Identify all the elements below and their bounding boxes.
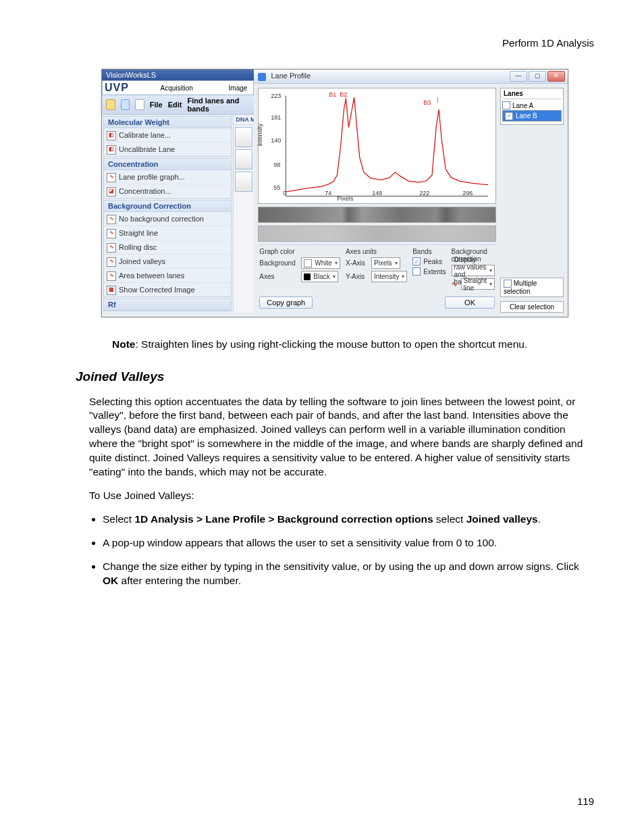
menu-edit[interactable]: Edit xyxy=(168,101,182,109)
find-lanes-button[interactable]: Find lanes and bands xyxy=(187,97,250,113)
strip-label: DNA Monochro xyxy=(234,115,254,125)
select-axes-color[interactable]: Black▾ xyxy=(301,271,338,282)
main-app-window: VisionWorksLS UVP Acquisition Image File… xyxy=(102,70,254,317)
copy-graph-button[interactable]: Copy graph xyxy=(259,296,313,309)
panel-header[interactable]: Rf xyxy=(104,299,231,311)
uvp-logo: UVP xyxy=(105,82,129,94)
xtick: 148 xyxy=(372,190,382,197)
select-bg-correction[interactable]: Display raw values and baseline▾ xyxy=(452,265,495,276)
list-item: Select 1D Analysis > Lane Profile > Back… xyxy=(103,513,594,527)
ytick: 223 xyxy=(271,93,281,99)
thumb-3[interactable] xyxy=(235,172,252,192)
section-joined-valleys: Joined Valleys xyxy=(76,368,594,386)
label-background: Background xyxy=(259,259,298,267)
ytick: 140 xyxy=(271,137,281,144)
panel-header[interactable]: Concentration xyxy=(104,159,231,170)
item-calibrate-lane[interactable]: ◧Calibrate lane... xyxy=(104,128,231,142)
label-bands: Bands xyxy=(412,248,446,255)
band-label-b3: B3 xyxy=(423,99,431,106)
panel-rf: Rf xyxy=(103,298,232,311)
label-yaxis: Y-Axis xyxy=(346,273,369,280)
xtick: 74 xyxy=(325,190,331,197)
lane-item-b[interactable]: ✓Lane B xyxy=(502,110,562,122)
select-straight-line[interactable]: Straight line▾ xyxy=(461,278,495,290)
menu-file[interactable]: File xyxy=(150,101,163,109)
item-no-bg-correction[interactable]: ∿No background correction xyxy=(104,212,231,226)
lanes-header: Lanes xyxy=(502,90,562,99)
maximize-button[interactable]: ▢ xyxy=(529,71,546,82)
minimize-button[interactable]: — xyxy=(510,71,527,82)
panel-header[interactable]: Molecular Weight xyxy=(104,117,231,128)
label-xaxis: X-Axis xyxy=(346,259,369,267)
image-strip: DNA Monochro xyxy=(233,115,254,313)
tab-acquisition[interactable]: Acquisition xyxy=(157,84,197,92)
item-straight-line[interactable]: ∿Straight line xyxy=(104,226,231,240)
instruction-list: Select 1D Analysis > Lane Profile > Back… xyxy=(103,513,594,588)
dialog-icon xyxy=(258,73,266,81)
page-header: Perform 1D Analysis xyxy=(76,37,594,49)
select-xaxis-units[interactable]: Pixels▾ xyxy=(371,257,400,269)
check-extents[interactable] xyxy=(412,267,421,276)
straight-line-icon: ∿ xyxy=(452,280,457,288)
panel-background-correction: Background Correction ∿No background cor… xyxy=(103,200,232,297)
xtick: 222 xyxy=(419,190,429,197)
thumb-2[interactable] xyxy=(235,149,252,170)
dialog-controls: Graph color Background White▾ Axes Black… xyxy=(258,244,496,292)
paragraph: To Use Joined Valleys: xyxy=(89,489,594,503)
label-graph-color: Graph color xyxy=(259,248,340,255)
lane-profile-chart: intensity Pixels 223 181 140 98 55 0 7 xyxy=(258,88,496,204)
panel-molecular-weight: Molecular Weight ◧Calibrate lane... ◧Unc… xyxy=(103,116,232,157)
grid-icon[interactable] xyxy=(135,99,144,110)
x-axis-label: Pixels xyxy=(337,195,353,202)
item-area-between-lanes[interactable]: ∿Area between lanes xyxy=(104,269,231,283)
lanes-list: Lanes Lane A ✓Lane B xyxy=(500,88,564,125)
panel-concentration: Concentration ∿Lane profile graph... ◪Co… xyxy=(103,158,232,199)
item-rolling-disc[interactable]: ∿Rolling disc xyxy=(104,240,231,255)
select-yaxis-units[interactable]: Intensity▾ xyxy=(371,271,407,282)
app-logo-bar: UVP Acquisition Image xyxy=(102,80,254,95)
band-label-b1: B1 xyxy=(329,91,336,98)
paragraph: Selecting this option accentuates the da… xyxy=(89,395,594,480)
item-concentration[interactable]: ◪Concentration... xyxy=(104,184,231,198)
thumb-1[interactable] xyxy=(235,127,252,147)
ytick: 98 xyxy=(273,161,280,168)
save-icon[interactable] xyxy=(121,99,130,110)
page-number: 119 xyxy=(577,796,594,807)
list-item: A pop-up window appears that allows the … xyxy=(103,536,594,550)
check-peaks[interactable]: ✓ xyxy=(412,257,421,265)
clear-selection-button[interactable]: Clear selection xyxy=(500,301,564,313)
select-background-color[interactable]: White▾ xyxy=(301,257,340,269)
panel-header[interactable]: Background Correction xyxy=(104,201,231,212)
lane-item-a[interactable]: Lane A xyxy=(502,101,562,110)
screenshot: VisionWorksLS UVP Acquisition Image File… xyxy=(101,69,594,317)
close-button[interactable]: ✕ xyxy=(547,71,565,82)
item-lane-profile-graph[interactable]: ∿Lane profile graph... xyxy=(104,170,231,184)
tab-image[interactable]: Image xyxy=(225,84,252,92)
xtick: 296 xyxy=(462,190,473,197)
label-axes: Axes xyxy=(259,273,298,280)
dialog-title: Lane Profile xyxy=(258,72,311,80)
lane-profile-dialog: Lane Profile — ▢ ✕ xyxy=(254,70,568,317)
corrected-image-strip xyxy=(258,226,496,242)
ok-button[interactable]: OK xyxy=(445,296,495,309)
note-line: Note: Straighten lines by using right-cl… xyxy=(112,338,594,352)
toolbar: File Edit Find lanes and bands xyxy=(102,95,254,115)
app-titlebar: VisionWorksLS xyxy=(102,70,254,80)
ytick: 55 xyxy=(273,184,280,191)
item-uncalibrate-lane[interactable]: ◧Uncalibrate Lane xyxy=(104,142,231,156)
item-show-corrected-image[interactable]: ▦Show Corrected Image xyxy=(104,283,231,296)
check-multiple-selection[interactable]: Multiple selection xyxy=(500,278,564,297)
item-joined-valleys[interactable]: ∿Joined valleys xyxy=(104,255,231,269)
band-label-b2: B2 xyxy=(340,91,347,98)
ytick: 181 xyxy=(271,114,281,121)
open-icon[interactable] xyxy=(106,99,115,110)
xtick: 0 xyxy=(283,190,286,197)
y-axis-label: intensity xyxy=(257,124,263,146)
label-axes-units: Axes units xyxy=(346,248,407,255)
list-item: Change the size either by typing in the … xyxy=(103,560,594,588)
